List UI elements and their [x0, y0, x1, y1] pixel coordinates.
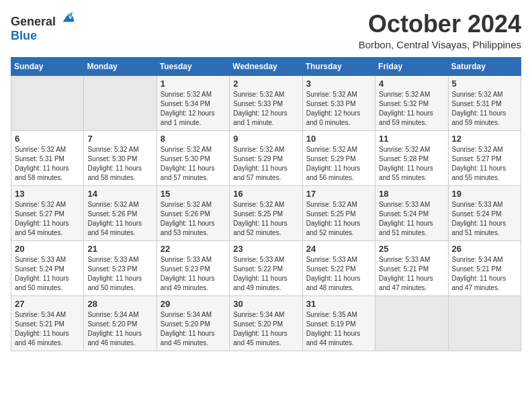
day-info: Sunrise: 5:32 AM Sunset: 5:28 PM Dayligh… — [379, 145, 444, 183]
day-number: 2 — [233, 79, 298, 89]
calendar-cell — [375, 295, 448, 351]
calendar-cell: 19Sunrise: 5:33 AM Sunset: 5:24 PM Dayli… — [448, 185, 521, 240]
day-number: 15 — [161, 189, 226, 199]
day-number: 5 — [452, 79, 517, 89]
day-info: Sunrise: 5:34 AM Sunset: 5:20 PM Dayligh… — [161, 310, 226, 348]
calendar-cell: 26Sunrise: 5:34 AM Sunset: 5:21 PM Dayli… — [448, 240, 521, 295]
day-number: 3 — [306, 79, 371, 89]
day-info: Sunrise: 5:33 AM Sunset: 5:24 PM Dayligh… — [379, 200, 444, 238]
calendar-cell: 29Sunrise: 5:34 AM Sunset: 5:20 PM Dayli… — [157, 295, 229, 351]
calendar-cell — [84, 75, 157, 130]
calendar-cell: 25Sunrise: 5:33 AM Sunset: 5:21 PM Dayli… — [375, 240, 448, 295]
page-header: General Blue October 2024 Borbon, Centra… — [11, 11, 521, 50]
day-number: 18 — [379, 189, 444, 199]
day-number: 7 — [87, 134, 152, 144]
day-number: 20 — [15, 244, 80, 254]
day-info: Sunrise: 5:32 AM Sunset: 5:29 PM Dayligh… — [306, 145, 371, 183]
day-info: Sunrise: 5:33 AM Sunset: 5:21 PM Dayligh… — [379, 255, 444, 293]
day-info: Sunrise: 5:34 AM Sunset: 5:21 PM Dayligh… — [15, 310, 80, 348]
calendar-cell: 14Sunrise: 5:32 AM Sunset: 5:26 PM Dayli… — [84, 185, 157, 240]
day-number: 30 — [233, 299, 298, 309]
day-info: Sunrise: 5:32 AM Sunset: 5:25 PM Dayligh… — [306, 200, 371, 238]
calendar-week-row: 6Sunrise: 5:32 AM Sunset: 5:31 PM Daylig… — [11, 130, 521, 185]
calendar-cell: 4Sunrise: 5:32 AM Sunset: 5:32 PM Daylig… — [375, 75, 448, 130]
day-number: 21 — [87, 244, 152, 254]
day-info: Sunrise: 5:32 AM Sunset: 5:31 PM Dayligh… — [452, 90, 517, 128]
day-number: 4 — [379, 79, 444, 89]
day-info: Sunrise: 5:33 AM Sunset: 5:23 PM Dayligh… — [87, 255, 152, 293]
calendar-cell: 2Sunrise: 5:32 AM Sunset: 5:33 PM Daylig… — [230, 75, 302, 130]
calendar-cell: 12Sunrise: 5:32 AM Sunset: 5:27 PM Dayli… — [448, 130, 521, 185]
day-info: Sunrise: 5:34 AM Sunset: 5:21 PM Dayligh… — [452, 255, 517, 293]
column-header-thursday: Thursday — [302, 57, 375, 75]
calendar-cell: 27Sunrise: 5:34 AM Sunset: 5:21 PM Dayli… — [11, 295, 84, 351]
day-info: Sunrise: 5:34 AM Sunset: 5:20 PM Dayligh… — [87, 310, 152, 348]
day-number: 12 — [452, 134, 517, 144]
calendar-cell: 16Sunrise: 5:32 AM Sunset: 5:25 PM Dayli… — [230, 185, 302, 240]
calendar-cell: 20Sunrise: 5:33 AM Sunset: 5:24 PM Dayli… — [11, 240, 84, 295]
calendar-header-row: SundayMondayTuesdayWednesdayThursdayFrid… — [11, 57, 521, 75]
day-info: Sunrise: 5:32 AM Sunset: 5:33 PM Dayligh… — [233, 90, 298, 128]
day-info: Sunrise: 5:32 AM Sunset: 5:33 PM Dayligh… — [306, 90, 371, 128]
day-number: 16 — [233, 189, 298, 199]
calendar-cell: 11Sunrise: 5:32 AM Sunset: 5:28 PM Dayli… — [375, 130, 448, 185]
calendar-cell: 22Sunrise: 5:33 AM Sunset: 5:23 PM Dayli… — [157, 240, 229, 295]
calendar-cell: 31Sunrise: 5:35 AM Sunset: 5:19 PM Dayli… — [302, 295, 375, 351]
calendar-cell — [448, 295, 521, 351]
day-number: 9 — [233, 134, 298, 144]
calendar-cell: 13Sunrise: 5:32 AM Sunset: 5:27 PM Dayli… — [11, 185, 84, 240]
day-info: Sunrise: 5:32 AM Sunset: 5:29 PM Dayligh… — [233, 145, 298, 183]
title-area: October 2024 Borbon, Central Visayas, Ph… — [359, 11, 521, 50]
day-number: 22 — [161, 244, 226, 254]
day-info: Sunrise: 5:32 AM Sunset: 5:30 PM Dayligh… — [161, 145, 226, 183]
day-number: 19 — [452, 189, 517, 199]
day-number: 1 — [161, 79, 226, 89]
calendar-cell: 9Sunrise: 5:32 AM Sunset: 5:29 PM Daylig… — [230, 130, 302, 185]
calendar-week-row: 27Sunrise: 5:34 AM Sunset: 5:21 PM Dayli… — [11, 295, 521, 351]
column-header-wednesday: Wednesday — [230, 57, 302, 75]
day-info: Sunrise: 5:33 AM Sunset: 5:22 PM Dayligh… — [306, 255, 371, 293]
calendar-cell: 6Sunrise: 5:32 AM Sunset: 5:31 PM Daylig… — [11, 130, 84, 185]
calendar-cell: 15Sunrise: 5:32 AM Sunset: 5:26 PM Dayli… — [157, 185, 229, 240]
day-info: Sunrise: 5:32 AM Sunset: 5:25 PM Dayligh… — [233, 200, 298, 238]
calendar-cell: 1Sunrise: 5:32 AM Sunset: 5:34 PM Daylig… — [157, 75, 229, 130]
calendar-cell: 21Sunrise: 5:33 AM Sunset: 5:23 PM Dayli… — [84, 240, 157, 295]
day-info: Sunrise: 5:33 AM Sunset: 5:24 PM Dayligh… — [452, 200, 517, 238]
column-header-saturday: Saturday — [448, 57, 521, 75]
logo-blue: Blue — [11, 29, 37, 42]
calendar-cell: 28Sunrise: 5:34 AM Sunset: 5:20 PM Dayli… — [84, 295, 157, 351]
day-info: Sunrise: 5:35 AM Sunset: 5:19 PM Dayligh… — [306, 310, 371, 348]
day-info: Sunrise: 5:33 AM Sunset: 5:22 PM Dayligh… — [233, 255, 298, 293]
calendar-cell: 10Sunrise: 5:32 AM Sunset: 5:29 PM Dayli… — [302, 130, 375, 185]
day-number: 17 — [306, 189, 371, 199]
day-number: 29 — [161, 299, 226, 309]
day-info: Sunrise: 5:32 AM Sunset: 5:34 PM Dayligh… — [161, 90, 226, 128]
day-info: Sunrise: 5:32 AM Sunset: 5:26 PM Dayligh… — [161, 200, 226, 238]
calendar-cell: 7Sunrise: 5:32 AM Sunset: 5:30 PM Daylig… — [84, 130, 157, 185]
day-number: 14 — [87, 189, 152, 199]
calendar-cell: 30Sunrise: 5:34 AM Sunset: 5:20 PM Dayli… — [230, 295, 302, 351]
day-info: Sunrise: 5:33 AM Sunset: 5:24 PM Dayligh… — [15, 255, 80, 293]
day-number: 28 — [87, 299, 152, 309]
calendar-cell — [11, 75, 84, 130]
day-info: Sunrise: 5:32 AM Sunset: 5:27 PM Dayligh… — [15, 200, 80, 238]
calendar-cell: 8Sunrise: 5:32 AM Sunset: 5:30 PM Daylig… — [157, 130, 229, 185]
day-number: 26 — [452, 244, 517, 254]
svg-marker-0 — [62, 15, 74, 22]
day-number: 25 — [379, 244, 444, 254]
day-number: 10 — [306, 134, 371, 144]
day-number: 27 — [15, 299, 80, 309]
calendar-cell: 18Sunrise: 5:33 AM Sunset: 5:24 PM Dayli… — [375, 185, 448, 240]
day-number: 11 — [379, 134, 444, 144]
location-title: Borbon, Central Visayas, Philippines — [359, 39, 521, 50]
logo-text: General Blue — [11, 11, 75, 43]
day-number: 23 — [233, 244, 298, 254]
day-number: 24 — [306, 244, 371, 254]
logo-general: General — [11, 15, 56, 28]
column-header-monday: Monday — [84, 57, 157, 75]
column-header-friday: Friday — [375, 57, 448, 75]
calendar-week-row: 20Sunrise: 5:33 AM Sunset: 5:24 PM Dayli… — [11, 240, 521, 295]
column-header-tuesday: Tuesday — [157, 57, 229, 75]
calendar-cell: 17Sunrise: 5:32 AM Sunset: 5:25 PM Dayli… — [302, 185, 375, 240]
day-info: Sunrise: 5:32 AM Sunset: 5:32 PM Dayligh… — [379, 90, 444, 128]
